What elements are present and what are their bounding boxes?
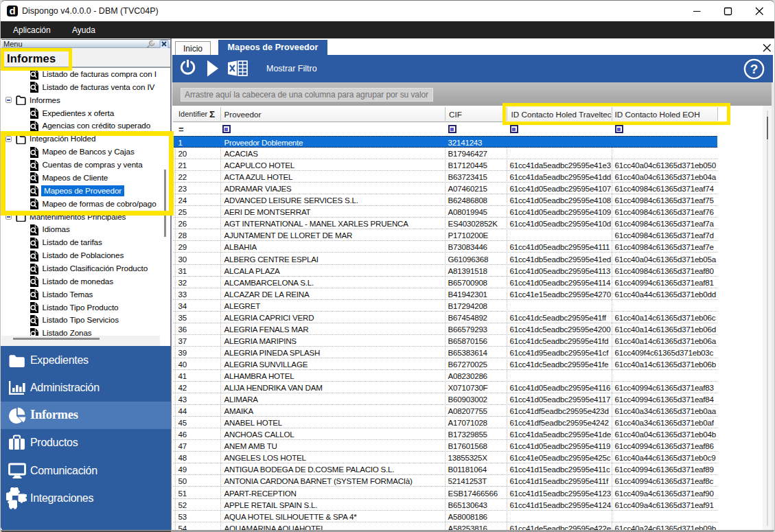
svg-text:?: ? [750,62,759,76]
